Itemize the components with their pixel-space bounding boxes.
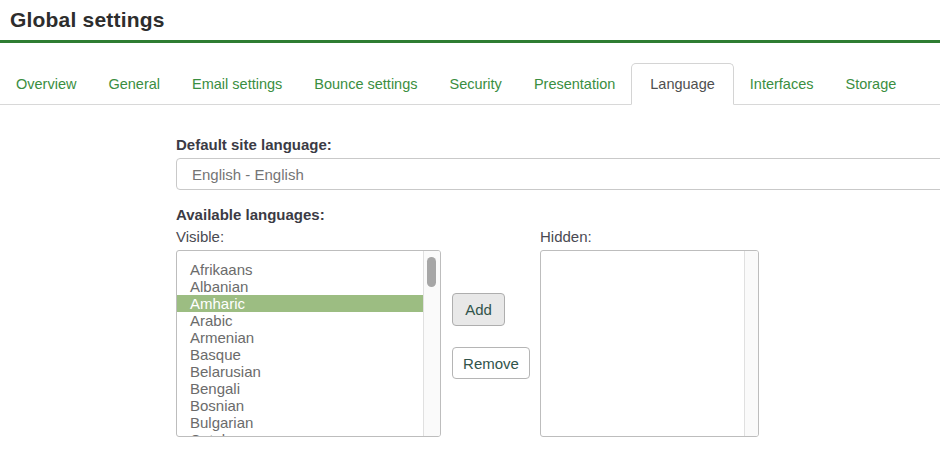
- page-title: Global settings: [10, 8, 165, 32]
- available-languages-label: Available languages:: [176, 206, 325, 223]
- tab-language[interactable]: Language: [631, 63, 734, 105]
- list-item[interactable]: Belarusian: [177, 363, 423, 380]
- tab-overview[interactable]: Overview: [0, 63, 92, 104]
- remove-button[interactable]: Remove: [452, 347, 530, 379]
- tab-interfaces[interactable]: Interfaces: [734, 63, 830, 104]
- tab-bounce-settings[interactable]: Bounce settings: [298, 63, 433, 104]
- tab-general[interactable]: General: [92, 63, 176, 104]
- hidden-languages-items: [541, 251, 744, 436]
- visible-languages-items: Afrikaans Albanian Amharic Arabic Armeni…: [177, 251, 423, 436]
- visible-list-scrollbar[interactable]: [423, 251, 440, 436]
- hidden-languages-listbox[interactable]: [540, 250, 759, 437]
- visible-languages-listbox: Afrikaans Albanian Amharic Arabic Armeni…: [176, 250, 441, 437]
- list-item[interactable]: Armenian: [177, 329, 423, 346]
- list-item[interactable]: Amharic: [177, 295, 423, 312]
- default-language-selected-value: English - English: [192, 166, 304, 183]
- tab-security[interactable]: Security: [433, 63, 517, 104]
- tab-storage[interactable]: Storage: [829, 63, 912, 104]
- visible-list-label: Visible:: [176, 228, 224, 245]
- list-item[interactable]: Bengali: [177, 380, 423, 397]
- visible-list-scrollbar-thumb[interactable]: [427, 257, 436, 287]
- list-item[interactable]: Bulgarian: [177, 414, 423, 431]
- default-site-language-label: Default site language:: [176, 136, 332, 153]
- tab-email-settings[interactable]: Email settings: [176, 63, 298, 104]
- hidden-list-label: Hidden:: [540, 228, 592, 245]
- add-button[interactable]: Add: [452, 293, 505, 326]
- list-item[interactable]: Basque: [177, 346, 423, 363]
- list-item[interactable]: Bosnian: [177, 397, 423, 414]
- hidden-list-scrollbar[interactable]: [744, 251, 758, 436]
- list-item[interactable]: Afrikaans: [177, 261, 423, 278]
- tab-presentation[interactable]: Presentation: [518, 63, 631, 104]
- list-item[interactable]: Albanian: [177, 278, 423, 295]
- list-item[interactable]: Catalan: [177, 431, 423, 436]
- list-item[interactable]: Arabic: [177, 312, 423, 329]
- default-language-select[interactable]: English - English: [176, 158, 940, 190]
- title-underline-divider: [0, 40, 940, 43]
- settings-tabbar: Overview General Email settings Bounce s…: [0, 63, 940, 105]
